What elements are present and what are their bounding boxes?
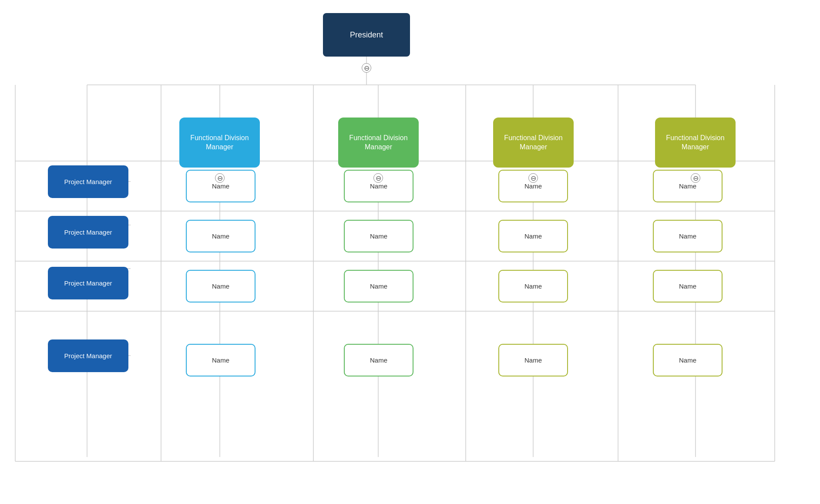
fdm3-name3-text: Name (524, 282, 542, 290)
president-label: President (350, 30, 383, 40)
pm-node-1[interactable]: Project Manager (48, 165, 128, 198)
pm-node-3[interactable]: Project Manager (48, 267, 128, 299)
fdm3-name-2[interactable]: Name (498, 220, 568, 252)
fdm2-label: Functional Division Manager (338, 134, 419, 152)
fdm-node-4[interactable]: Functional Division Manager (655, 118, 736, 168)
org-chart: President ⊖ Functional Division Manager … (0, 0, 820, 504)
president-node[interactable]: President (323, 13, 410, 57)
pm4-label: Project Manager (64, 352, 112, 360)
fdm3-name-3[interactable]: Name (498, 270, 568, 302)
fdm1-name2-text: Name (212, 232, 229, 240)
fdm1-name1-text: Name (212, 182, 229, 190)
fdm2-collapse-btn[interactable]: ⊖ (373, 173, 383, 183)
fdm4-name2-text: Name (679, 232, 696, 240)
fdm2-name-3[interactable]: Name (344, 270, 413, 302)
fdm1-name4-text: Name (212, 356, 229, 364)
fdm4-name4-text: Name (679, 356, 696, 364)
fdm3-name-4[interactable]: Name (498, 344, 568, 376)
fdm4-label: Functional Division Manager (655, 134, 736, 152)
fdm4-name-4[interactable]: Name (653, 344, 723, 376)
fdm2-name2-text: Name (370, 232, 387, 240)
fdm4-name1-text: Name (679, 182, 696, 190)
fdm2-name1-text: Name (370, 182, 387, 190)
fdm2-name-4[interactable]: Name (344, 344, 413, 376)
fdm1-label: Functional Division Manager (179, 134, 260, 152)
pm2-label: Project Manager (64, 228, 112, 236)
fdm4-name-1[interactable]: Name (653, 170, 723, 202)
pm-node-4[interactable]: Project Manager (48, 339, 128, 372)
fdm4-collapse-btn[interactable]: ⊖ (691, 173, 700, 183)
fdm2-name3-text: Name (370, 282, 387, 290)
fdm2-name-2[interactable]: Name (344, 220, 413, 252)
pm-node-2[interactable]: Project Manager (48, 216, 128, 249)
fdm3-name4-text: Name (524, 356, 542, 364)
fdm-node-3[interactable]: Functional Division Manager (493, 118, 574, 168)
fdm1-name-3[interactable]: Name (186, 270, 255, 302)
fdm-node-1[interactable]: Functional Division Manager (179, 118, 260, 168)
fdm2-name4-text: Name (370, 356, 387, 364)
fdm3-label: Functional Division Manager (493, 134, 574, 152)
fdm1-name-4[interactable]: Name (186, 344, 255, 376)
fdm1-name3-text: Name (212, 282, 229, 290)
president-collapse-btn[interactable]: ⊖ (362, 63, 371, 73)
pm1-label: Project Manager (64, 178, 112, 185)
fdm3-collapse-btn[interactable]: ⊖ (528, 173, 538, 183)
fdm4-name-3[interactable]: Name (653, 270, 723, 302)
fdm3-name1-text: Name (524, 182, 542, 190)
pm3-label: Project Manager (64, 279, 112, 287)
fdm3-name2-text: Name (524, 232, 542, 240)
fdm1-collapse-btn[interactable]: ⊖ (215, 173, 225, 183)
fdm4-name-2[interactable]: Name (653, 220, 723, 252)
fdm1-name-2[interactable]: Name (186, 220, 255, 252)
fdm-node-2[interactable]: Functional Division Manager (338, 118, 419, 168)
fdm4-name3-text: Name (679, 282, 696, 290)
